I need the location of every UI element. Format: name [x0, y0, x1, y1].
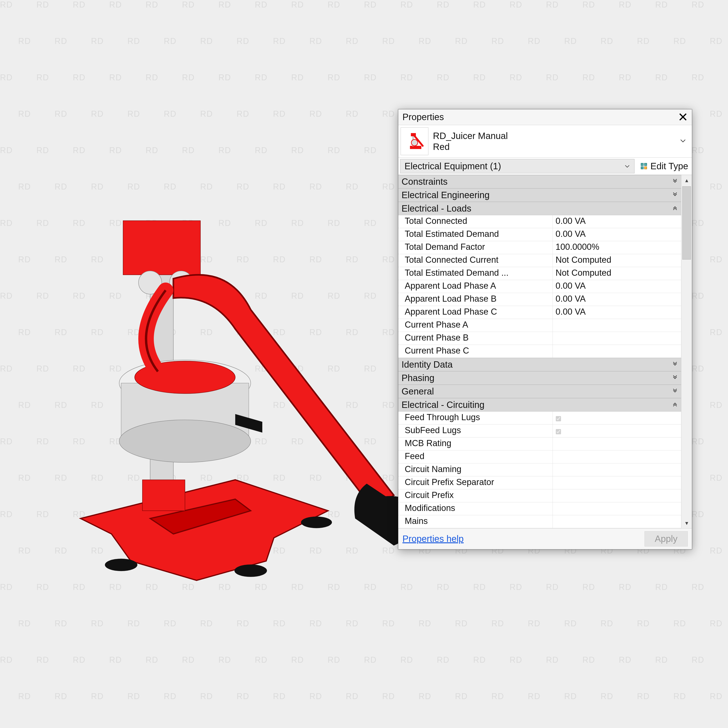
- property-row[interactable]: Mains: [398, 515, 681, 528]
- property-value[interactable]: Not Computed: [553, 254, 681, 267]
- category-header[interactable]: Identity Data: [398, 358, 681, 371]
- property-row[interactable]: Current Phase A: [398, 319, 681, 332]
- property-value[interactable]: 0.00 VA: [553, 215, 681, 228]
- property-row[interactable]: Total Connected0.00 VA: [398, 215, 681, 228]
- property-value[interactable]: 0.00 VA: [553, 306, 681, 319]
- property-row[interactable]: Total Estimated Demand0.00 VA: [398, 228, 681, 241]
- property-row[interactable]: Modifications: [398, 502, 681, 515]
- property-row[interactable]: Apparent Load Phase B0.00 VA: [398, 293, 681, 306]
- property-name: Circuit Prefix Separator: [398, 476, 553, 489]
- property-name: Total Demand Factor: [398, 241, 553, 254]
- property-value[interactable]: 0.00 VA: [553, 280, 681, 293]
- property-value[interactable]: [553, 476, 681, 489]
- property-row[interactable]: Apparent Load Phase A0.00 VA: [398, 280, 681, 293]
- property-name: MCB Rating: [398, 437, 553, 450]
- property-row[interactable]: Total Demand Factor100.0000%: [398, 241, 681, 254]
- category-label: Identity Data: [398, 358, 668, 371]
- expand-icon[interactable]: [668, 191, 681, 199]
- property-row[interactable]: MCB Rating: [398, 437, 681, 450]
- svg-point-16: [411, 139, 418, 146]
- expand-icon[interactable]: [668, 178, 681, 186]
- scroll-down-icon[interactable]: ▾: [681, 518, 692, 528]
- property-name: Current Phase C: [398, 345, 553, 358]
- property-name: Circuit Prefix: [398, 489, 553, 502]
- category-label: Electrical - Loads: [398, 202, 668, 215]
- category-label: Electrical - Circuiting: [398, 398, 668, 411]
- close-icon[interactable]: [677, 111, 689, 122]
- selection-filter-dropdown[interactable]: Electrical Equipment (1): [400, 159, 635, 173]
- property-row[interactable]: Feed: [398, 450, 681, 463]
- category-label: Electrical Engineering: [398, 189, 668, 202]
- property-name: Apparent Load Phase C: [398, 306, 553, 319]
- svg-point-10: [119, 420, 251, 462]
- property-row[interactable]: Circuit Prefix Separator: [398, 476, 681, 489]
- property-name: Circuit Naming: [398, 463, 553, 476]
- category-label: General: [398, 385, 668, 398]
- scrollbar-vertical[interactable]: ▴ ▾: [681, 175, 692, 528]
- property-row[interactable]: Feed Through Lugs: [398, 411, 681, 425]
- apply-button[interactable]: Apply: [644, 531, 688, 546]
- checkbox-input[interactable]: [556, 429, 561, 434]
- property-name: Feed Through Lugs: [398, 411, 553, 424]
- property-row[interactable]: Current Phase C: [398, 345, 681, 358]
- chevron-down-icon: [624, 161, 630, 171]
- property-value[interactable]: 0.00 VA: [553, 228, 681, 241]
- property-name: Total Connected: [398, 215, 553, 228]
- type-selector[interactable]: RD_Juicer Manual Red: [398, 125, 692, 158]
- chevron-down-icon[interactable]: [678, 136, 688, 146]
- panel-titlebar[interactable]: Properties: [398, 109, 692, 125]
- category-header[interactable]: General: [398, 385, 681, 398]
- scroll-up-icon[interactable]: ▴: [681, 175, 692, 185]
- category-header[interactable]: Phasing: [398, 371, 681, 385]
- property-value[interactable]: [553, 345, 681, 358]
- property-name: Feed: [398, 450, 553, 463]
- property-value[interactable]: [553, 425, 681, 437]
- property-value[interactable]: 100.0000%: [553, 241, 681, 254]
- model-juicer: [34, 159, 421, 592]
- svg-point-2: [301, 517, 332, 528]
- svg-rect-18: [644, 163, 647, 166]
- expand-icon[interactable]: [668, 374, 681, 382]
- property-row[interactable]: Circuit Naming: [398, 463, 681, 476]
- svg-rect-5: [123, 221, 200, 275]
- property-value[interactable]: [553, 515, 681, 528]
- property-value[interactable]: [553, 437, 681, 450]
- expand-icon[interactable]: [668, 361, 681, 369]
- property-value[interactable]: [553, 450, 681, 463]
- property-value[interactable]: Not Computed: [553, 267, 681, 280]
- category-header[interactable]: Electrical - Circuiting: [398, 398, 681, 411]
- property-value[interactable]: [553, 411, 681, 424]
- property-row[interactable]: Circuit Prefix: [398, 489, 681, 502]
- property-row[interactable]: Total Estimated Demand ...Not Computed: [398, 267, 681, 280]
- family-thumbnail: [401, 127, 428, 155]
- collapse-icon[interactable]: [668, 205, 681, 213]
- property-name: Current Phase B: [398, 332, 553, 345]
- svg-rect-19: [641, 167, 643, 169]
- category-header[interactable]: Electrical - Loads: [398, 202, 681, 215]
- property-name: Total Connected Current: [398, 254, 553, 267]
- property-name: Apparent Load Phase B: [398, 293, 553, 306]
- svg-point-0: [105, 559, 138, 571]
- property-row[interactable]: Current Phase B: [398, 332, 681, 345]
- svg-rect-20: [644, 167, 647, 169]
- properties-help-link[interactable]: Properties help: [402, 534, 463, 544]
- property-name: SubFeed Lugs: [398, 425, 553, 437]
- scrollbar-thumb[interactable]: [682, 186, 691, 260]
- edit-type-button[interactable]: Edit Type: [636, 158, 692, 175]
- property-row[interactable]: Total Connected CurrentNot Computed: [398, 254, 681, 267]
- property-value[interactable]: 0.00 VA: [553, 293, 681, 306]
- property-value[interactable]: [553, 463, 681, 476]
- expand-icon[interactable]: [668, 388, 681, 395]
- property-value[interactable]: [553, 319, 681, 332]
- panel-title: Properties: [402, 112, 677, 122]
- checkbox-input[interactable]: [556, 416, 561, 421]
- category-header[interactable]: Electrical Engineering: [398, 188, 681, 202]
- property-row[interactable]: SubFeed Lugs: [398, 425, 681, 437]
- category-header[interactable]: Constraints: [398, 175, 681, 188]
- svg-rect-17: [641, 163, 643, 166]
- property-row[interactable]: Apparent Load Phase C0.00 VA: [398, 306, 681, 319]
- property-value[interactable]: [553, 489, 681, 502]
- property-value[interactable]: [553, 332, 681, 345]
- collapse-icon[interactable]: [668, 401, 681, 409]
- property-value[interactable]: [553, 502, 681, 515]
